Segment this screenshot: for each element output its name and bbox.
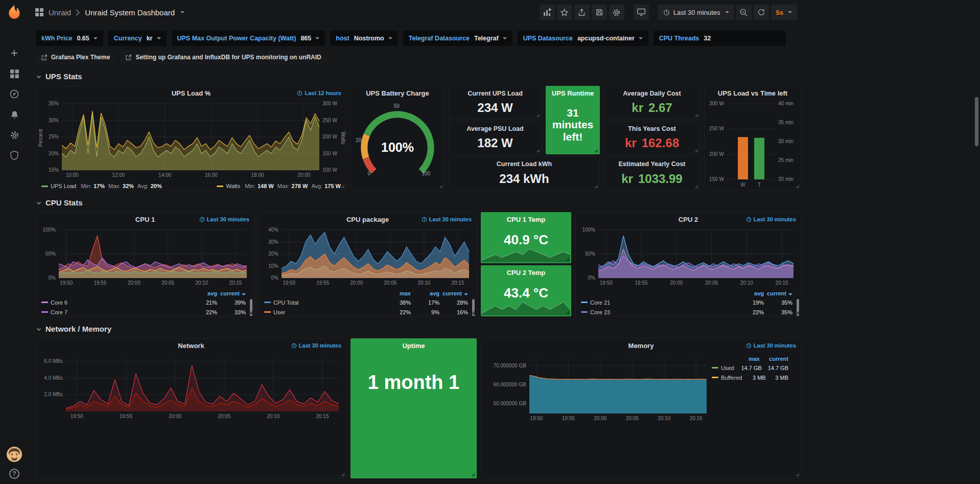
panel-cpu-1[interactable]: CPU 1 Last 30 minutes 100%50%0%19:5019:5… (36, 212, 254, 316)
cpu-package-chart[interactable]: 40%30%20%10%0%19:5019:5520:0020:0520:102… (259, 226, 476, 316)
window-scrollbar[interactable] (975, 97, 978, 146)
network-chart[interactable]: 6.0 MBs4.0 MBs2.0 MBs19:5019:5520:0020:0… (36, 352, 346, 478)
sidebar-dashboards-button[interactable] (0, 63, 29, 84)
memory-chart[interactable]: 70.000000 GB60.000000 GB50.000000 GB19:5… (481, 352, 801, 478)
panel-title[interactable]: UPS Load vs Time left (705, 86, 801, 100)
star-button[interactable] (557, 5, 572, 20)
variable-currency[interactable]: Currency kr (108, 31, 167, 46)
time-range-picker[interactable]: Last 30 minutes (658, 5, 734, 20)
legend-row[interactable]: Core 722%33% (41, 307, 246, 316)
panel-title[interactable]: UPS Runtime (546, 86, 599, 100)
sidebar-admin-button[interactable] (0, 145, 29, 166)
grafana-logo-icon[interactable] (0, 0, 29, 25)
legend-column-header[interactable]: avg (189, 290, 217, 296)
legend-column-header[interactable]: max (731, 356, 760, 362)
panel-uptime[interactable]: Uptime 1 month 1 (351, 338, 477, 478)
panel-ups-load-vs-time-left[interactable]: UPS Load vs Time left 300 W250 W200 W150… (704, 86, 801, 190)
sidebar-explore-button[interactable] (0, 84, 29, 104)
panel-estimated-yearly-cost[interactable]: Estimated Yearly Cost kr1033.99 (604, 156, 700, 190)
panel-time-badge[interactable]: Last 30 minutes (422, 216, 472, 222)
legend-series-name[interactable]: Core 6 (51, 299, 67, 306)
share-button[interactable] (574, 5, 590, 20)
legend-column-header[interactable]: avg (411, 290, 439, 296)
panel-title[interactable]: CPU 1 Temp (481, 213, 571, 226)
legend-row[interactable]: Core 2119%35% (581, 297, 792, 307)
legend-row[interactable]: Core 2322%35% (581, 307, 792, 316)
variable-telegraf-datasource[interactable]: Telegraf Datasource Telegraf (403, 31, 512, 46)
variable-value[interactable]: 0.65 (77, 35, 97, 42)
variable-value[interactable]: apcupsd-container (577, 35, 643, 42)
variable-value[interactable]: 865 (300, 35, 319, 42)
legend-series-name[interactable]: User (273, 309, 285, 315)
cpu-threads-input[interactable]: 32 (704, 35, 780, 42)
user-avatar[interactable] (7, 447, 22, 464)
panel-time-badge[interactable]: Last 30 minutes (746, 216, 796, 222)
legend-series-name[interactable]: Core 23 (590, 309, 610, 315)
legend-series-name[interactable]: Core 21 (590, 299, 610, 306)
panel-title[interactable]: Average Daily Cost (604, 88, 699, 99)
refresh-button[interactable] (754, 5, 769, 20)
panel-memory[interactable]: Memory Last 30 minutes 70.000000 GB60.00… (481, 338, 801, 478)
legend-scrollbar[interactable] (250, 299, 252, 316)
help-button[interactable] (9, 469, 19, 479)
ups-load-chart[interactable]: 35%30%25%20%15%300 W250 W200 W150 W100 W… (36, 100, 346, 190)
panel-current-load-kwh[interactable]: Current Load kWh 234 kWh (449, 156, 600, 190)
dashboard-settings-button[interactable] (609, 5, 624, 20)
legend-series-name[interactable]: Buffered (721, 375, 742, 381)
ups-load-vs-time-chart[interactable]: 300 W250 W200 W150 W40 min35 min30 min25… (705, 100, 801, 190)
breadcrumb-folder[interactable]: Unraid (49, 8, 71, 17)
panel-title[interactable]: Estimated Yearly Cost (604, 158, 699, 170)
legend-column-header[interactable]: current (439, 290, 468, 296)
panel-title[interactable]: UPS Battery Charge (351, 86, 444, 100)
variable-ups-max-output[interactable]: UPS Max Output Power Capacity (Watt) 865 (172, 31, 325, 46)
panel-cpu2-temp[interactable]: CPU 2 Temp 43.4 °C (481, 265, 571, 316)
sidebar-configuration-button[interactable] (0, 125, 29, 145)
legend-column-header[interactable]: current (764, 290, 792, 296)
legend-column-header[interactable]: avg (735, 290, 764, 296)
legend-row[interactable]: Used14.7 GB14.7 GB (712, 363, 788, 373)
add-panel-button[interactable] (540, 5, 555, 20)
variable-cpu-threads[interactable]: CPU Threads 32 (654, 31, 786, 46)
panel-title[interactable]: CPU 2 Temp (481, 266, 571, 279)
legend-series-name[interactable]: Watts (226, 183, 240, 189)
legend-series-name[interactable]: UPS Load (51, 183, 76, 189)
panel-ups-runtime[interactable]: UPS Runtime 31 minutes left! (546, 86, 600, 154)
sidebar-create-button[interactable] (0, 43, 29, 63)
sidebar-alerting-button[interactable] (0, 104, 29, 125)
zoom-out-button[interactable] (736, 5, 752, 20)
cpu2-chart[interactable]: 100%50%0%19:5019:5520:0020:0520:1020:15a… (576, 226, 801, 316)
panel-average-daily-cost[interactable]: Average Daily Cost kr2.67 (604, 86, 700, 119)
panel-cpu-package[interactable]: CPU package Last 30 minutes 40%30%20%10%… (259, 212, 477, 316)
panel-this-years-cost[interactable]: This Years Cost kr162.68 (604, 121, 700, 154)
variable-host[interactable]: host Nostromo (330, 31, 398, 46)
section-ups-stats[interactable]: UPS Stats (36, 72, 801, 81)
legend-row[interactable]: Core 621%39% (41, 297, 246, 307)
panel-time-badge[interactable]: Last 30 minutes (199, 216, 249, 222)
save-button[interactable] (592, 5, 607, 20)
panel-ups-battery-charge[interactable]: UPS Battery Charge 0 20 50 100 100% (351, 86, 445, 190)
panel-title[interactable]: Current Load kWh (449, 158, 599, 170)
panel-title[interactable]: Average PSU Load (449, 123, 541, 134)
panel-title[interactable]: Current UPS Load (449, 88, 541, 99)
breadcrumb-title[interactable]: Unraid System Dashboard (85, 8, 175, 17)
legend-column-header[interactable]: current (217, 290, 246, 296)
section-network-memory[interactable]: Network / Memory (36, 325, 801, 333)
legend-series-name[interactable]: Used (721, 365, 734, 371)
panel-current-ups-load[interactable]: Current UPS Load 234 W (449, 86, 542, 119)
variable-value[interactable]: Nostromo (354, 35, 392, 42)
panel-time-badge[interactable]: Last 12 hours (297, 90, 341, 96)
legend-row[interactable]: CPU Total38%17%28% (264, 297, 468, 307)
variable-ups-datasource[interactable]: UPS Datasource apcupsd-container (518, 31, 648, 46)
panel-title[interactable]: This Years Cost (604, 123, 699, 134)
link-ups-monitoring-guide[interactable]: Setting up Grafana and InfluxDB for UPS … (120, 51, 326, 64)
panel-cpu1-temp[interactable]: CPU 1 Temp 40.9 °C (481, 212, 571, 263)
panel-average-psu-load[interactable]: Average PSU Load 182 W (449, 121, 542, 154)
panel-time-badge[interactable]: Last 30 minutes (746, 342, 796, 349)
panel-title[interactable]: Uptime (351, 339, 476, 352)
legend-series-name[interactable]: CPU Total (273, 299, 298, 306)
cpu1-chart[interactable]: 100%50%0%19:5019:5520:0020:0520:1020:15a… (36, 226, 254, 316)
legend-scrollbar[interactable] (797, 299, 799, 316)
legend-series-name[interactable]: Core 7 (51, 309, 67, 315)
panel-cpu-2[interactable]: CPU 2 Last 30 minutes 100%50%0%19:5019:5… (575, 212, 801, 316)
link-grafana-plex-theme[interactable]: Grafana Plex Theme (36, 51, 115, 64)
